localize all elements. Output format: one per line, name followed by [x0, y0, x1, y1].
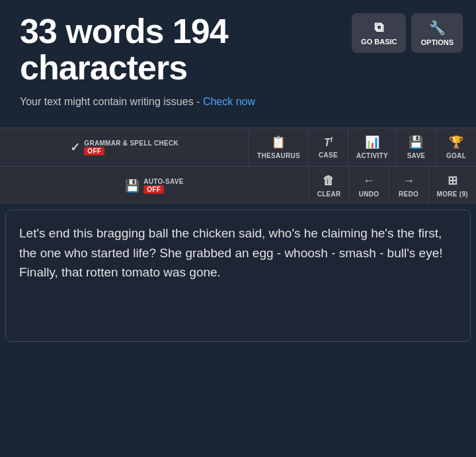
thesaurus-label: THESAURUS: [257, 152, 300, 159]
grammar-spell-label: GRAMMAR & SPELL CHECK: [84, 140, 178, 147]
toolbar-row-2: 💾 AUTO-SAVE OFF 🗑 CLEAR ← UNDO → REDO ⊞ …: [0, 167, 476, 204]
char-count-line2: characters: [20, 50, 456, 86]
more-label: MORE (9): [437, 190, 468, 198]
thesaurus-button[interactable]: 📋 THESAURUS: [249, 128, 309, 166]
clear-button[interactable]: 🗑 CLEAR: [309, 167, 350, 204]
thesaurus-icon: 📋: [271, 135, 286, 149]
save-button[interactable]: 💾 SAVE: [397, 128, 436, 166]
auto-save-label-wrapper: AUTO-SAVE OFF: [143, 178, 184, 194]
writing-issues-text: Your text might contain writing issues -: [20, 96, 203, 107]
external-link-icon: ⧉: [374, 20, 383, 35]
toolbar-section: ✓ GRAMMAR & SPELL CHECK OFF 📋 THESAURUS …: [0, 128, 476, 204]
text-editor-area[interactable]: Let's end this bragging ball the chicken…: [5, 210, 471, 342]
wrench-icon: 🔧: [429, 20, 446, 36]
case-icon: TI: [324, 136, 333, 149]
more-button[interactable]: ⊞ MORE (9): [429, 167, 476, 204]
goal-icon: 🏆: [449, 135, 463, 149]
grammar-label-wrapper: GRAMMAR & SPELL CHECK OFF: [84, 140, 178, 155]
text-content: Let's end this bragging ball the chicken…: [19, 224, 457, 282]
auto-save-label: AUTO-SAVE: [143, 178, 184, 185]
clear-label: CLEAR: [317, 190, 341, 198]
more-icon: ⊞: [448, 173, 457, 188]
top-buttons: ⧉ GO BASIC 🔧 OPTIONS: [352, 13, 463, 53]
redo-icon: →: [403, 174, 415, 188]
undo-label: UNDO: [359, 190, 379, 198]
undo-icon: ←: [363, 174, 375, 188]
case-button[interactable]: TI CASE: [309, 128, 348, 166]
clear-icon: 🗑: [323, 174, 335, 188]
auto-save-off-badge: OFF: [143, 185, 164, 194]
toolbar-row-1: ✓ GRAMMAR & SPELL CHECK OFF 📋 THESAURUS …: [0, 128, 476, 166]
check-now-link[interactable]: Check now: [203, 96, 255, 107]
auto-save-icon: 💾: [125, 179, 139, 193]
grammar-off-badge: OFF: [84, 147, 104, 155]
save-icon: 💾: [409, 135, 423, 149]
go-basic-label: GO BASIC: [361, 38, 397, 46]
auto-save-button[interactable]: 💾 AUTO-SAVE OFF: [0, 167, 309, 204]
activity-label: ACTIVITY: [356, 152, 388, 159]
activity-icon: 📊: [365, 135, 379, 149]
redo-label: REDO: [399, 190, 418, 198]
top-section: 33 words 194 characters ⧉ GO BASIC 🔧 OPT…: [0, 0, 476, 128]
options-label: OPTIONS: [420, 38, 454, 46]
case-label: CASE: [319, 151, 338, 159]
redo-button[interactable]: → REDO: [389, 167, 429, 204]
goal-label: GOAL: [446, 152, 466, 159]
goal-button[interactable]: 🏆 GOAL: [436, 128, 476, 166]
activity-button[interactable]: 📊 ACTIVITY: [348, 128, 397, 166]
writing-issues-bar: Your text might contain writing issues -…: [20, 96, 456, 114]
options-button[interactable]: 🔧 OPTIONS: [411, 13, 463, 53]
save-label: SAVE: [407, 152, 426, 159]
grammar-spell-check-button[interactable]: ✓ GRAMMAR & SPELL CHECK OFF: [0, 128, 249, 166]
go-basic-button[interactable]: ⧉ GO BASIC: [352, 13, 406, 53]
checkmark-icon: ✓: [70, 140, 80, 155]
undo-button[interactable]: ← UNDO: [350, 167, 389, 204]
